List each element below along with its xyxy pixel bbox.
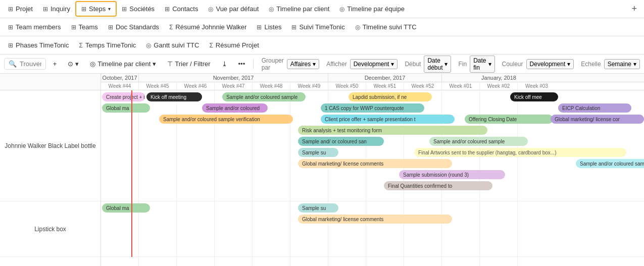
- nav-suivi-timetonic[interactable]: ⊞ Suivi TimeTonic: [286, 20, 350, 34]
- bar-global-license-comments[interactable]: Global marketing/ license comments: [298, 159, 452, 168]
- sigma-icon-2: Σ: [79, 42, 83, 49]
- month-dec: December, 2017: [328, 74, 442, 82]
- bar-eicp[interactable]: EICP Calculation: [558, 103, 631, 113]
- echelle-section: Echelle Semaine ▾: [581, 59, 640, 69]
- bar-sample-purple[interactable]: Sample and/or coloured: [202, 103, 268, 113]
- bar-final-quantities[interactable]: Final Quantities confirmed to: [384, 181, 492, 190]
- bar-lipstick-global[interactable]: Global ma: [102, 203, 150, 212]
- add-row-button[interactable]: +: [49, 58, 61, 70]
- more-icon: •••: [238, 60, 245, 68]
- gantt-chart: Create project + i Kick off meeting Samp…: [101, 90, 644, 266]
- filter-button[interactable]: ⊤ Trier / Filtrer: [163, 58, 214, 70]
- bar-sample-blue[interactable]: Sample and/or coloured sample: [576, 159, 644, 168]
- bar-sample-lightgreen[interactable]: Sample and/or coloured sample: [429, 137, 528, 146]
- chevron-icon: ▾: [313, 61, 316, 68]
- month-nov: November, 2017: [139, 74, 328, 82]
- search-icon: 🔍: [9, 60, 17, 68]
- chevron-icon-6: ▾: [633, 61, 636, 68]
- bar-kickoff-2[interactable]: Kick off mee: [510, 92, 558, 101]
- nav-vue-defaut[interactable]: ◎ Vue par défaut: [203, 2, 264, 16]
- view-selector[interactable]: ◎ Timeline par client ▾: [86, 58, 160, 70]
- gantt-row-lipstick: Global ma Sample su Global marketing/ li…: [101, 201, 644, 257]
- grouper-section: Grouper par Affaires ▾: [262, 57, 320, 71]
- eye-icon-6: ◎: [90, 60, 95, 68]
- chevron-icon-4: ▾: [488, 61, 491, 68]
- nav-timeline-equipe[interactable]: ◎ Timeline par équipe: [334, 2, 410, 16]
- nav-resume-projet[interactable]: Σ Résumé Projet: [204, 38, 264, 52]
- plus-icon: +: [53, 60, 57, 68]
- dropdown-arrow: ▾: [75, 60, 79, 68]
- table-icon-11: ⊞: [8, 42, 13, 49]
- nav-doc-standards[interactable]: ⊞ Doc Standards: [103, 20, 164, 34]
- week-03: Week #03: [518, 82, 556, 90]
- table-icon-7: ⊞: [71, 24, 76, 31]
- bar-sample-verification[interactable]: Sample and/or coloured sample verificati…: [159, 115, 293, 124]
- month-jan: January, 2018: [442, 74, 556, 82]
- table-icon-3: ⊞: [81, 6, 86, 13]
- bar-cas-copy[interactable]: 1 CAS copy for WWP counterquote: [321, 103, 424, 113]
- row-label-lipstick: Lipstick box: [0, 201, 101, 257]
- nav-temps[interactable]: Σ Temps TimeTonic: [74, 38, 141, 52]
- clock-icon: ⊙: [68, 60, 73, 68]
- afficher-select[interactable]: Development ▾: [350, 59, 398, 69]
- table-icon-4: ⊞: [122, 6, 127, 13]
- nav-projet[interactable]: ⊞ Projet: [3, 2, 38, 16]
- nav-bar-3: ⊞ Phases TimeTonic Σ Temps TimeTonic ◎ G…: [0, 36, 644, 55]
- months-row: October, 2017 November, 2017 December, 2…: [101, 74, 644, 82]
- afficher-section: Afficher Development ▾: [326, 59, 398, 69]
- table-icon-2: ⊞: [43, 6, 48, 13]
- bar-lapdid[interactable]: Lapdid submission, if ne: [349, 92, 432, 101]
- nav-phases[interactable]: ⊞ Phases TimeTonic: [3, 38, 74, 52]
- nav-societes[interactable]: ⊞ Sociétés: [117, 2, 160, 16]
- bar-lipstick-global-comments[interactable]: Global marketing/ license comments: [298, 215, 452, 224]
- search-input[interactable]: [20, 60, 41, 68]
- search-box[interactable]: 🔍: [4, 58, 46, 70]
- grouper-select[interactable]: Affaires ▾: [287, 59, 319, 69]
- nav-timeline-suivi[interactable]: ◎ Timeline suivi TTC: [350, 20, 422, 34]
- bar-client-price[interactable]: Client price offer + sample presentation…: [321, 115, 455, 124]
- echelle-select[interactable]: Semaine ▾: [604, 59, 640, 69]
- add-view-button[interactable]: +: [627, 2, 641, 16]
- fin-select[interactable]: Date fin ▾: [470, 56, 494, 73]
- couleur-select[interactable]: Development ▾: [526, 59, 574, 69]
- bar-kickoff-1[interactable]: Kick off meeting: [146, 92, 202, 101]
- bar-global-ma[interactable]: Global ma: [102, 103, 150, 113]
- more-button[interactable]: •••: [234, 58, 250, 70]
- bar-sample-san[interactable]: Sample and/ or coloured san: [298, 137, 384, 146]
- nav-steps[interactable]: ⊞ Steps ▾: [75, 1, 117, 17]
- week-51: Week #51: [366, 82, 404, 90]
- nav-resume-johnnie[interactable]: Σ Résumé Johnnie Walker: [164, 20, 252, 34]
- bar-create-project[interactable]: Create project + i: [102, 92, 145, 101]
- chevron-icon-2: ▾: [391, 61, 394, 68]
- weeks-row: Week #44 Week #45 Week #46 Week #47 Week…: [101, 82, 644, 90]
- nav-gantt[interactable]: ◎ Gantt suivi TTC: [141, 38, 204, 52]
- nav-teams[interactable]: ⊞ Teams: [66, 20, 103, 34]
- week-47: Week #47: [215, 82, 253, 90]
- nav-inquiry[interactable]: ⊞ Inquiry: [38, 2, 75, 16]
- bar-sample-submission[interactable]: Sample submission (round 3): [399, 170, 505, 179]
- debut-section: Début Date début ▾: [405, 56, 451, 73]
- current-date-line: [131, 90, 132, 257]
- dropdown-icon: ▾: [108, 6, 111, 12]
- bar-lipstick-sample-su[interactable]: Sample su: [298, 203, 338, 212]
- table-icon-10: ⊞: [291, 24, 296, 31]
- couleur-section: Couleur Development ▾: [502, 59, 574, 69]
- debut-select[interactable]: Date début ▾: [424, 56, 451, 73]
- bar-final-artworks[interactable]: Final Artworks sent to the supplier (han…: [414, 148, 626, 157]
- bar-risk-analysis[interactable]: Risk analysis + test monitoring form: [298, 126, 487, 135]
- nav-timeline-client[interactable]: ◎ Timeline par client: [264, 2, 334, 16]
- eye-icon-3: ◎: [339, 6, 344, 13]
- history-button[interactable]: ⊙ ▾: [64, 58, 83, 70]
- bar-global-license[interactable]: Global marketing/ license cor: [551, 115, 644, 124]
- bar-sample-green[interactable]: Sample and/or coloured sample: [222, 92, 306, 101]
- eye-icon-5: ◎: [146, 42, 151, 49]
- bar-offering-closing[interactable]: Offering Closing Date: [465, 115, 553, 124]
- nav-team-members[interactable]: ⊞ Team members: [3, 20, 66, 34]
- nav-listes[interactable]: ⊞ Listes: [252, 20, 286, 34]
- export-button[interactable]: ⤓: [218, 58, 231, 70]
- bar-sample-su[interactable]: Sample su: [298, 148, 338, 157]
- nav-contacts[interactable]: ⊞ Contacts: [160, 2, 203, 16]
- chevron-icon-5: ▾: [567, 61, 570, 68]
- week-50: Week #50: [328, 82, 366, 90]
- dropdown-arrow-2: ▾: [153, 60, 156, 68]
